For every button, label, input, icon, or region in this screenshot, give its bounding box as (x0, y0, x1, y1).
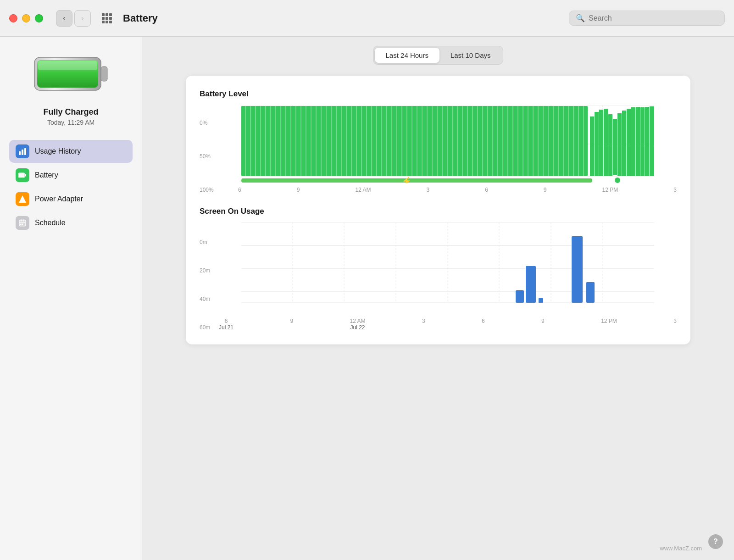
svg-marker-10 (19, 195, 26, 203)
svg-rect-80 (507, 106, 508, 176)
svg-rect-57 (391, 106, 392, 176)
fullscreen-button[interactable] (35, 14, 43, 22)
svg-rect-53 (371, 106, 372, 176)
svg-rect-42 (316, 106, 317, 176)
grid-button[interactable] (100, 11, 114, 25)
svg-rect-82 (517, 106, 518, 176)
svg-rect-12 (21, 219, 22, 222)
power-adapter-label: Power Adapter (35, 195, 83, 203)
close-button[interactable] (9, 14, 17, 22)
sidebar-item-battery[interactable]: Battery (9, 164, 133, 187)
battery-status-time: Today, 11:29 AM (47, 119, 95, 126)
svg-rect-54 (376, 106, 377, 176)
usage-history-label: Usage History (35, 147, 81, 155)
svg-rect-58 (396, 106, 397, 176)
svg-rect-27 (241, 106, 588, 176)
tab-10d[interactable]: Last 10 Days (439, 48, 502, 63)
main-content: Fully Charged Today, 11:29 AM Usage Hist… (0, 37, 734, 560)
svg-rect-28 (245, 106, 246, 176)
svg-rect-63 (422, 106, 423, 176)
svg-rect-8 (19, 173, 24, 177)
svg-rect-128 (572, 236, 583, 303)
svg-text:⚡: ⚡ (401, 176, 412, 183)
svg-rect-32 (265, 106, 266, 176)
svg-rect-6 (24, 148, 26, 155)
svg-rect-79 (502, 106, 503, 176)
usage-y-labels: 60m 40m 20m 0m (200, 239, 219, 331)
svg-rect-52 (366, 106, 367, 176)
svg-rect-101 (613, 119, 617, 175)
svg-rect-109 (650, 106, 654, 176)
svg-rect-49 (351, 106, 352, 176)
minimize-button[interactable] (22, 14, 30, 22)
sidebar-item-usage-history[interactable]: Usage History (9, 140, 133, 163)
svg-rect-99 (604, 109, 608, 176)
svg-rect-110 (241, 178, 592, 183)
usage-chart-area: 6 Jul 21 9 12 AM Jul 22 3 6 9 (219, 222, 677, 331)
schedule-icon (16, 216, 29, 230)
svg-rect-4 (19, 151, 21, 155)
svg-rect-97 (595, 112, 599, 176)
sidebar-item-schedule[interactable]: Schedule (9, 211, 133, 234)
search-input[interactable] (589, 14, 718, 22)
forward-button[interactable]: › (74, 10, 91, 27)
help-button[interactable]: ? (708, 534, 723, 549)
svg-rect-86 (538, 106, 539, 176)
svg-rect-5 (22, 150, 23, 155)
traffic-lights (9, 14, 43, 22)
svg-rect-93 (573, 106, 574, 176)
tab-bar: Last 24 Hours Last 10 Days (373, 46, 504, 65)
svg-rect-83 (523, 106, 523, 176)
svg-rect-78 (497, 106, 498, 176)
svg-rect-61 (411, 106, 412, 176)
svg-rect-102 (617, 113, 622, 176)
usage-x-labels: 6 Jul 21 9 12 AM Jul 22 3 6 9 (219, 318, 677, 331)
svg-rect-106 (636, 107, 640, 176)
nav-buttons: ‹ › (56, 10, 91, 27)
sidebar-item-power-adapter[interactable]: Power Adapter (9, 188, 133, 211)
battery-nav-icon (16, 168, 29, 182)
usage-bars-svg (219, 222, 677, 314)
battery-y-labels: 100% 50% 0% (200, 120, 219, 193)
screen-usage-chart: 60m 40m 20m 0m (200, 222, 677, 331)
svg-rect-35 (280, 106, 281, 176)
svg-rect-46 (336, 106, 337, 176)
svg-rect-85 (533, 106, 534, 176)
svg-rect-125 (516, 290, 524, 303)
watermark: www.MacZ.com (660, 545, 702, 552)
titlebar: ‹ › Battery 🔍 (0, 0, 734, 37)
svg-rect-77 (492, 106, 493, 176)
back-button[interactable]: ‹ (56, 10, 72, 27)
battery-bars-svg: bars (219, 105, 677, 183)
svg-rect-62 (417, 106, 417, 176)
svg-rect-40 (306, 106, 306, 176)
svg-rect-98 (599, 110, 603, 176)
svg-rect-71 (462, 106, 463, 176)
svg-rect-16 (22, 224, 23, 225)
battery-chart-area: bars (219, 105, 677, 193)
svg-rect-55 (381, 106, 382, 176)
svg-rect-91 (563, 106, 564, 176)
tab-24h[interactable]: Last 24 Hours (375, 48, 439, 63)
svg-rect-30 (255, 106, 256, 176)
svg-rect-72 (467, 106, 468, 176)
svg-rect-65 (432, 106, 433, 176)
sidebar-nav: Usage History Battery Po (9, 140, 133, 234)
svg-rect-37 (290, 106, 291, 176)
svg-rect-43 (321, 106, 322, 176)
battery-level-chart: 100% 50% 0% (200, 105, 677, 193)
svg-rect-45 (331, 106, 332, 176)
svg-rect-89 (553, 106, 554, 176)
svg-rect-44 (326, 106, 327, 176)
search-bar[interactable]: 🔍 (569, 11, 725, 26)
svg-rect-84 (528, 106, 528, 176)
svg-rect-126 (526, 266, 536, 303)
svg-rect-100 (608, 114, 612, 176)
svg-rect-69 (452, 106, 453, 176)
svg-rect-70 (457, 106, 458, 176)
svg-rect-38 (295, 106, 296, 176)
svg-rect-127 (539, 298, 543, 303)
battery-status: Fully Charged (43, 107, 98, 117)
svg-rect-94 (578, 106, 579, 176)
svg-rect-103 (622, 111, 626, 176)
